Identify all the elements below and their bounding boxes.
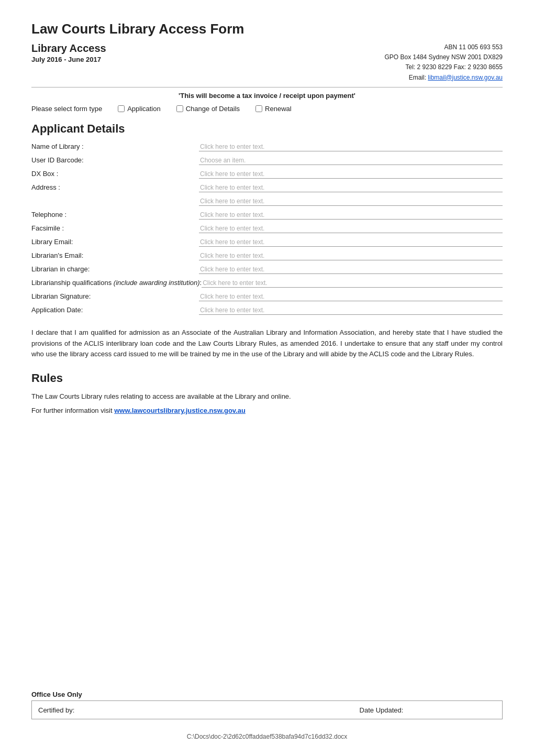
input-address-2[interactable] (199, 196, 503, 206)
declaration-text: I declare that I am qualified for admiss… (31, 327, 503, 360)
form-type-application[interactable]: Application (118, 105, 161, 113)
tel: Tel: 2 9230 8229 Fax: 2 9230 8655 (385, 62, 503, 72)
input-user-id-barcode[interactable] (199, 156, 503, 165)
form-type-renewal[interactable]: Renewal (255, 105, 292, 113)
email-label: Email: (409, 74, 428, 81)
page-title: Law Courts Library Access Form (31, 21, 503, 37)
input-librarian-email[interactable] (199, 251, 503, 260)
rules-link[interactable]: www.lawcourtslibrary.justice.nsw.gov.au (114, 407, 246, 414)
form-type-row: Please select form type Application Chan… (31, 105, 503, 113)
field-row-librarian-signature: Librarian Signature: (31, 291, 503, 302)
checkbox-application[interactable] (118, 105, 125, 112)
certified-by: Certified by: (38, 706, 267, 714)
tax-invoice-line: 'This will become a tax invoice / receip… (31, 87, 503, 100)
section-access-title: Library Access (31, 42, 106, 54)
office-use-only: Office Use Only Certified by: Date Updat… (31, 691, 503, 719)
field-label-dx-box: DX Box : (31, 170, 199, 178)
header-right: ABN 11 005 693 553 GPO Box 1484 Sydney N… (385, 42, 503, 83)
input-name-of-library[interactable] (199, 142, 503, 151)
rules-text: The Law Courts Library rules relating to… (31, 391, 503, 402)
field-row-lib-qualifications: Librarianship qualifications (include aw… (31, 277, 503, 289)
field-row-telephone: Telephone : (31, 209, 503, 221)
rules-section: Rules The Law Courts Library rules relat… (31, 371, 503, 417)
header-left: Library Access July 2016 - June 2017 (31, 42, 106, 63)
applicant-details-title: Applicant Details (31, 122, 503, 136)
form-type-change-of-details[interactable]: Change of Details (176, 105, 240, 113)
field-label-librarian-in-charge: Librarian in charge: (31, 265, 199, 273)
field-label-librarian-signature: Librarian Signature: (31, 292, 199, 300)
checkbox-renewal[interactable] (255, 105, 262, 112)
field-row-librarian-in-charge: Librarian in charge: (31, 264, 503, 275)
field-row-dx-box: DX Box : (31, 168, 503, 180)
rules-link-line: For further information visit www.lawcou… (31, 406, 503, 417)
form-type-renewal-label: Renewal (265, 105, 292, 113)
field-row-library-email: Library Email: (31, 236, 503, 248)
input-facsimile[interactable] (199, 224, 503, 233)
abn: ABN 11 005 693 553 (385, 42, 503, 52)
field-label-user-id-barcode: User ID Barcode: (31, 156, 199, 164)
office-use-label: Office Use Only (31, 691, 503, 698)
input-librarian-signature[interactable] (199, 292, 503, 301)
field-label-application-date: Application Date: (31, 306, 199, 314)
fields-container: Name of Library : User ID Barcode: DX Bo… (31, 141, 503, 316)
rules-title: Rules (31, 371, 503, 385)
input-application-date[interactable] (199, 305, 503, 315)
input-address-1[interactable] (199, 183, 503, 192)
field-label-telephone: Telephone : (31, 211, 199, 218)
field-label-address: Address : (31, 183, 199, 191)
rules-link-prefix: For further information visit (31, 407, 114, 414)
field-row-librarian-email: Librarian's Email: (31, 250, 503, 261)
field-row-address-2 (31, 195, 503, 207)
field-row-name-of-library: Name of Library : (31, 141, 503, 152)
field-label-lib-qualifications: Librarianship qualifications (include aw… (31, 279, 202, 287)
input-telephone[interactable] (199, 210, 503, 220)
field-label-library-email: Library Email: (31, 238, 199, 246)
input-librarian-in-charge[interactable] (199, 265, 503, 274)
email-link[interactable]: libmail@justice.nsw.gov.au (428, 74, 503, 81)
field-label-librarian-email: Librarian's Email: (31, 251, 199, 259)
address: GPO Box 1484 Sydney NSW 2001 DX829 (385, 52, 503, 62)
date-updated: Date Updated: (267, 706, 496, 714)
form-type-label: Please select form type (31, 105, 102, 113)
field-row-facsimile: Facsimile : (31, 223, 503, 234)
date-range: July 2016 - June 2017 (31, 56, 106, 63)
footer-path: C:\Docs\doc-2\2d62c0ffaddaef538bafa94d7c… (0, 733, 534, 740)
input-dx-box[interactable] (199, 169, 503, 179)
header-row: Library Access July 2016 - June 2017 ABN… (31, 42, 503, 83)
field-label-facsimile: Facsimile : (31, 224, 199, 232)
field-row-application-date: Application Date: (31, 304, 503, 316)
form-type-application-label: Application (127, 105, 161, 113)
checkbox-change-of-details[interactable] (176, 105, 183, 112)
form-type-change-of-details-label: Change of Details (186, 105, 240, 113)
field-row-user-id-barcode: User ID Barcode: (31, 155, 503, 166)
field-label-name-of-library: Name of Library : (31, 143, 199, 150)
input-library-email[interactable] (199, 237, 503, 247)
office-use-box: Certified by: Date Updated: (31, 700, 503, 719)
input-lib-qualifications[interactable] (202, 278, 503, 288)
email-line: Email: libmail@justice.nsw.gov.au (385, 73, 503, 83)
field-row-address-1: Address : (31, 182, 503, 193)
